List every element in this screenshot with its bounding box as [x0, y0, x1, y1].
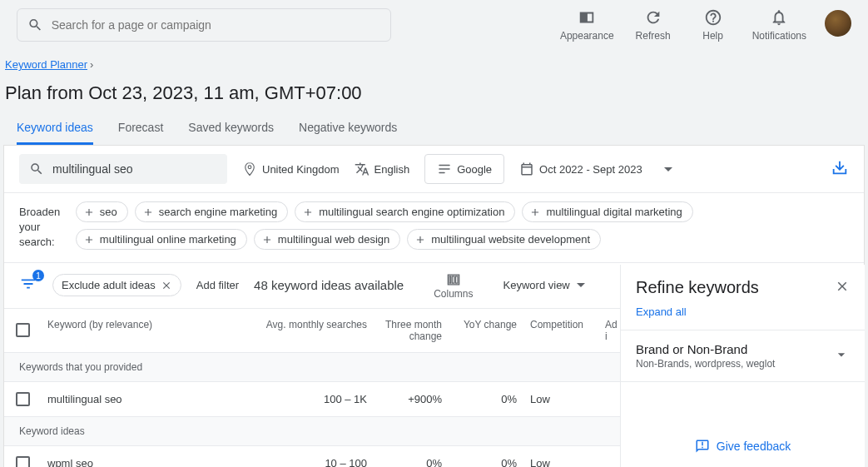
page-title: Plan from Oct 23, 2023, 11 am, GMT+07:00: [0, 71, 868, 104]
plus-icon: [83, 234, 95, 246]
broaden-chip[interactable]: multilingual search engine optimization: [295, 201, 515, 222]
calendar-icon: [519, 161, 534, 176]
search-icon: [27, 17, 43, 33]
global-search-input[interactable]: [52, 18, 380, 32]
header-keyword[interactable]: Keyword (by relevance): [41, 309, 257, 352]
refine-section-title: Brand or Non-Brand: [636, 342, 833, 356]
translate-icon: [355, 161, 370, 176]
tab-keyword-ideas[interactable]: Keyword ideas: [17, 121, 93, 145]
appearance-button[interactable]: Appearance: [560, 8, 614, 42]
close-icon: [835, 279, 850, 294]
language-filter[interactable]: English: [355, 161, 410, 176]
notifications-label: Notifications: [752, 30, 806, 42]
appearance-label: Appearance: [560, 30, 614, 42]
header-three-month[interactable]: Three month change: [374, 309, 449, 352]
cell-yoy: 0%: [449, 447, 523, 467]
broaden-chip[interactable]: search engine marketing: [135, 201, 288, 222]
broaden-label: Broaden your search:: [19, 201, 64, 251]
cell-competition: Low: [523, 383, 598, 415]
cell-searches: 100 – 1K: [257, 383, 374, 415]
keyword-view-button[interactable]: Keyword view: [503, 279, 585, 291]
network-icon: [437, 161, 452, 176]
chevron-right-icon: ›: [90, 58, 93, 71]
breadcrumb-planner-link[interactable]: Keyword Planner: [5, 58, 87, 71]
header-searches[interactable]: Avg. monthly searches: [257, 309, 374, 352]
refresh-icon: [644, 8, 662, 27]
exclude-adult-pill[interactable]: Exclude adult ideas: [52, 274, 181, 296]
date-range-filter[interactable]: Oct 2022 - Sept 2023: [519, 161, 672, 176]
refresh-label: Refresh: [636, 30, 671, 42]
tab-forecast[interactable]: Forecast: [118, 121, 163, 145]
columns-icon: [445, 271, 462, 288]
dropdown-arrow-icon: [664, 167, 672, 171]
refresh-button[interactable]: Refresh: [632, 8, 674, 42]
plus-icon: [83, 206, 95, 218]
refine-section-subtitle: Non-Brands, wordpress, weglot: [636, 358, 833, 370]
chip-label: multilingual online marketing: [100, 233, 236, 246]
cell-three-month: +900%: [374, 383, 449, 415]
plus-icon: [142, 206, 154, 218]
bell-icon: [770, 8, 788, 27]
language-value: English: [374, 163, 410, 176]
chip-label: multilingual digital marketing: [546, 206, 682, 218]
ideas-count: 48 keyword ideas available: [254, 278, 404, 292]
columns-label: Columns: [434, 288, 473, 300]
cell-keyword: multilingual seo: [41, 383, 257, 415]
user-avatar[interactable]: [825, 10, 851, 37]
help-icon: [704, 8, 722, 27]
expand-all-link[interactable]: Expand all: [621, 306, 865, 330]
tab-negative-keywords[interactable]: Negative keywords: [299, 121, 397, 145]
add-filter-button[interactable]: Add filter: [196, 279, 239, 291]
tab-saved-keywords[interactable]: Saved keywords: [188, 121, 274, 145]
give-feedback-button[interactable]: Give feedback: [621, 425, 865, 467]
notifications-button[interactable]: Notifications: [752, 8, 806, 42]
chip-label: seo: [100, 206, 117, 218]
broaden-chip[interactable]: seo: [76, 201, 128, 222]
feedback-icon: [695, 439, 710, 454]
view-label: Keyword view: [503, 279, 570, 291]
header-competition[interactable]: Competition: [523, 309, 598, 352]
refine-title: Refine keywords: [636, 278, 835, 297]
network-value: Google: [457, 163, 492, 176]
refine-panel: Refine keywords Expand all Brand or Non-…: [620, 265, 865, 467]
chip-label: search engine marketing: [159, 206, 277, 218]
expand-section-button[interactable]: [833, 346, 850, 365]
download-button[interactable]: [831, 159, 849, 180]
plus-icon: [414, 234, 426, 246]
global-search[interactable]: [17, 8, 391, 42]
broaden-chip[interactable]: multilingual online marketing: [76, 229, 247, 250]
refine-section-brand[interactable]: Brand or Non-Brand Non-Brands, wordpress…: [621, 330, 865, 382]
cell-three-month: 0%: [374, 447, 449, 467]
row-checkbox[interactable]: [16, 392, 30, 406]
exclude-pill-label: Exclude adult ideas: [62, 279, 156, 291]
network-filter[interactable]: Google: [424, 154, 504, 184]
keyword-search-value: multilingual seo: [52, 162, 133, 176]
chip-label: multilingual website development: [431, 233, 590, 246]
select-all-checkbox[interactable]: [16, 323, 30, 337]
close-icon[interactable]: [161, 280, 172, 291]
help-label: Help: [702, 30, 723, 42]
header-yoy[interactable]: YoY change: [449, 309, 523, 352]
help-button[interactable]: Help: [692, 8, 734, 42]
cell-keyword: wpml seo: [41, 447, 257, 467]
location-icon: [242, 161, 257, 176]
columns-button[interactable]: Columns: [434, 271, 473, 300]
location-filter[interactable]: United Kingdom: [242, 161, 340, 176]
chip-label: multilingual search engine optimization: [319, 206, 504, 218]
keyword-search[interactable]: multilingual seo: [19, 154, 227, 184]
row-checkbox[interactable]: [16, 456, 30, 467]
broaden-chip[interactable]: multilingual digital marketing: [522, 201, 692, 222]
filter-button[interactable]: 1: [19, 275, 37, 296]
cell-searches: 10 – 100: [257, 447, 374, 467]
chevron-down-icon: [833, 346, 850, 363]
filter-badge: 1: [32, 270, 44, 281]
plus-icon: [302, 206, 314, 218]
location-value: United Kingdom: [262, 163, 340, 176]
broaden-chip[interactable]: multilingual website development: [407, 229, 601, 250]
date-range-value: Oct 2022 - Sept 2023: [539, 163, 642, 176]
chip-label: multilingual web design: [278, 233, 389, 246]
broaden-chip[interactable]: multilingual web design: [254, 229, 400, 250]
download-icon: [831, 159, 849, 177]
feedback-label: Give feedback: [717, 440, 791, 453]
close-refine-button[interactable]: [835, 279, 850, 296]
